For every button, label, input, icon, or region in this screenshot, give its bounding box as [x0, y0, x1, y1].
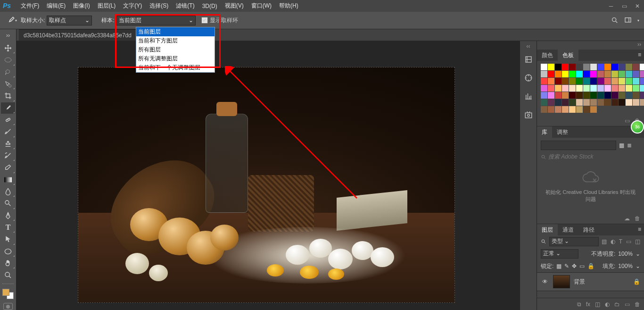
swatch[interactable] [633, 64, 639, 70]
menu-help[interactable]: 帮助(H) [275, 0, 302, 12]
menu-3d[interactable]: 3D(D) [198, 1, 221, 11]
swatch[interactable] [619, 99, 625, 106]
library-select[interactable] [541, 141, 616, 150]
link-layers-icon[interactable]: ⧉ [577, 301, 581, 308]
swatch[interactable] [569, 78, 576, 84]
swatch[interactable] [583, 92, 590, 99]
swatch[interactable] [576, 71, 583, 77]
swatch[interactable] [626, 64, 632, 70]
swatch[interactable] [541, 71, 547, 77]
swatch[interactable] [590, 64, 597, 70]
swatch[interactable] [555, 71, 561, 77]
swatch[interactable] [562, 85, 569, 92]
swatch[interactable] [576, 85, 583, 92]
swatch[interactable] [548, 99, 554, 106]
swatch[interactable] [548, 64, 554, 70]
swatch[interactable] [597, 78, 604, 84]
tool-gradient[interactable] [1, 174, 15, 185]
swatch[interactable] [548, 106, 554, 113]
swatch[interactable] [604, 99, 611, 106]
document-canvas[interactable] [78, 67, 455, 303]
swatch[interactable] [541, 64, 547, 70]
layer-name[interactable]: 背景 [574, 278, 585, 286]
swatch[interactable] [541, 78, 547, 84]
swatch[interactable] [611, 64, 618, 70]
swatch[interactable] [633, 99, 639, 106]
filter-adjust-icon[interactable]: ◐ [611, 238, 615, 245]
lock-icon[interactable]: 🔒 [633, 278, 640, 285]
swatch[interactable] [562, 71, 569, 77]
swatch[interactable] [576, 78, 583, 84]
dropdown-item[interactable]: 当前和下方图层 [136, 36, 215, 45]
tab-channels[interactable]: 通道 [558, 224, 578, 235]
swatch[interactable] [619, 78, 625, 84]
swatch[interactable] [633, 92, 639, 99]
layer-row[interactable]: 👁 背景 🔒 [537, 272, 644, 291]
swatch[interactable] [562, 64, 569, 70]
layer-thumbnail[interactable] [553, 275, 570, 288]
quick-mask-toggle[interactable] [3, 303, 13, 310]
swatch[interactable] [626, 85, 632, 92]
swatch[interactable] [619, 64, 625, 70]
history-icon[interactable] [524, 55, 533, 65]
tool-eraser[interactable] [1, 162, 15, 173]
delete-layer-icon[interactable]: 🗑 [635, 301, 640, 308]
swatch[interactable] [555, 85, 561, 92]
lock-all-icon[interactable]: 🔒 [587, 263, 594, 269]
properties-icon[interactable] [524, 110, 533, 120]
swatch[interactable] [541, 99, 547, 106]
menu-image[interactable]: 图像(I) [69, 0, 93, 12]
foreground-color-swatch[interactable] [2, 289, 9, 296]
swatch[interactable] [541, 92, 547, 99]
layer-filter-select[interactable]: 类型 ⌄ [549, 237, 599, 246]
swatch[interactable] [583, 106, 590, 113]
swatch[interactable] [611, 92, 618, 99]
swatch[interactable] [583, 99, 590, 106]
tab-libraries[interactable]: 库 [537, 126, 552, 138]
swatch[interactable] [633, 78, 639, 84]
swatch[interactable] [604, 85, 611, 92]
swatch[interactable] [562, 78, 569, 84]
swatch[interactable] [569, 92, 576, 99]
swatch[interactable] [626, 78, 632, 84]
tool-crop[interactable] [1, 90, 15, 101]
tab-paths[interactable]: 路径 [578, 224, 599, 235]
swatch[interactable] [576, 92, 583, 99]
swatch[interactable] [597, 99, 604, 106]
tool-zoom[interactable] [1, 269, 15, 281]
new-swatch-icon[interactable]: ▭ [625, 117, 630, 124]
layer-mask-icon[interactable]: ◫ [595, 301, 600, 308]
swatch[interactable] [611, 78, 618, 84]
panel-menu-icon[interactable]: ≡ [635, 224, 644, 235]
swatch[interactable] [640, 85, 644, 92]
tab-color[interactable]: 颜色 [537, 50, 558, 61]
tool-path-select[interactable] [1, 234, 15, 245]
window-minimize-button[interactable]: ─ [604, 0, 618, 12]
workspace-switcher-icon[interactable] [623, 17, 633, 24]
lock-position-icon[interactable]: ✥ [572, 263, 577, 269]
swatch[interactable] [633, 71, 639, 77]
show-ring-checkbox[interactable]: ✔ [201, 17, 208, 24]
swatch[interactable] [541, 85, 547, 92]
swatch[interactable] [619, 71, 625, 77]
tool-quick-select[interactable] [1, 78, 15, 90]
canvas-area[interactable] [17, 41, 520, 310]
swatch[interactable] [590, 71, 597, 77]
swatch[interactable] [604, 92, 611, 99]
swatch[interactable] [590, 78, 597, 84]
swatch[interactable] [562, 99, 569, 106]
menu-layer[interactable]: 图层(L) [94, 0, 120, 12]
swatch[interactable] [640, 71, 644, 77]
opacity-value[interactable]: 100% [618, 251, 633, 257]
tool-history-brush[interactable] [1, 150, 15, 161]
window-restore-button[interactable]: ▭ [618, 0, 631, 12]
swatch[interactable] [604, 64, 611, 70]
swatch[interactable] [590, 99, 597, 106]
tab-layers[interactable]: 图层 [537, 224, 558, 235]
swatch[interactable] [597, 64, 604, 70]
swatch[interactable] [604, 71, 611, 77]
swatch[interactable] [619, 85, 625, 92]
filter-pixel-icon[interactable]: ▧ [602, 238, 607, 245]
swatch[interactable] [562, 92, 569, 99]
lock-pixels-icon[interactable]: ✎ [564, 263, 569, 269]
